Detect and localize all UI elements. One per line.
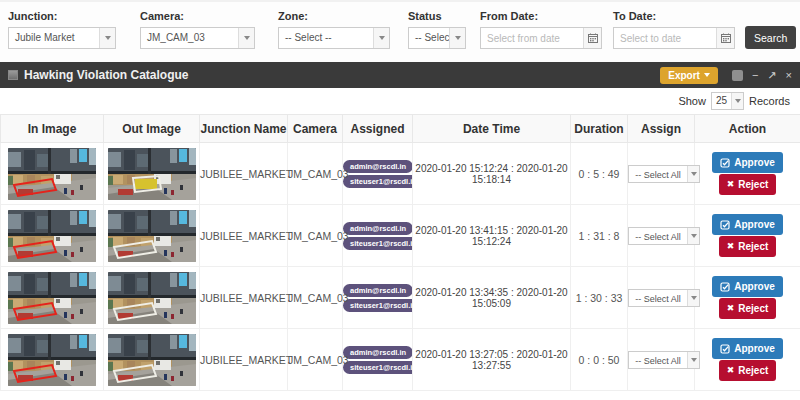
show-label: Show: [678, 95, 706, 107]
from-date-input[interactable]: [481, 28, 583, 48]
approve-button[interactable]: Approve: [712, 338, 783, 359]
chevron-down-icon: [687, 290, 699, 306]
assign-select[interactable]: -- Select All: [628, 227, 700, 245]
datetime-cell: 2020-01-20 13:27:05 : 2020-01-20 13:27:5…: [413, 329, 571, 391]
datetime-cell: 2020-01-20 13:41:15 : 2020-01-20 15:12:2…: [413, 205, 571, 267]
assigned-badge: admin@rscdl.in: [343, 284, 413, 297]
export-button[interactable]: Export: [660, 67, 718, 84]
out-image-thumbnail[interactable]: [108, 272, 196, 324]
table-row: JUBILEE_MARKET JM_CAM_03 admin@rscdl.in …: [1, 205, 800, 267]
reject-button[interactable]: ✖ Reject: [719, 360, 777, 381]
to-date-group: [613, 27, 735, 49]
panel-title: Hawking Violation Catalogue: [24, 68, 660, 82]
chevron-down-icon: [99, 28, 115, 48]
out-image-thumbnail[interactable]: [108, 148, 196, 200]
junction-name-cell: JUBILEE_MARKET: [200, 267, 288, 329]
junction-label: Junction:: [8, 10, 116, 22]
reject-button[interactable]: ✖ Reject: [719, 174, 777, 195]
assign-select[interactable]: -- Select All: [628, 165, 700, 183]
assign-select[interactable]: -- Select All: [628, 351, 700, 369]
search-button[interactable]: Search: [745, 26, 796, 49]
camera-select[interactable]: JM_CAM_03: [140, 27, 255, 49]
junction-select[interactable]: Jubile Market: [8, 27, 116, 49]
filter-bar: Junction: Jubile Market Camera: JM_CAM_0…: [0, 0, 800, 62]
reject-button-label: Reject: [738, 303, 768, 314]
chevron-down-icon: [687, 228, 699, 244]
panel-window-controls: − ↗ ×: [732, 70, 792, 81]
duration-cell: 0 : 5 : 49: [571, 143, 628, 205]
assign-select-value: -- Select All: [629, 352, 687, 368]
to-date-filter: To Date:: [613, 10, 735, 49]
reject-x-icon: ✖: [727, 304, 735, 313]
zone-select-value: -- Select --: [279, 28, 373, 48]
col-duration: Duration: [571, 115, 628, 143]
out-image-thumbnail[interactable]: [108, 210, 196, 262]
approve-check-icon: [720, 220, 730, 230]
datetime-cell: 2020-01-20 13:34:35 : 2020-01-20 15:05:0…: [413, 267, 571, 329]
duration-cell: 1 : 30 : 33: [571, 267, 628, 329]
assign-select-value: -- Select All: [629, 228, 687, 244]
col-junction-name: Junction Name: [200, 115, 288, 143]
page-size-value: 25: [712, 93, 731, 109]
status-select[interactable]: -- Select --: [408, 27, 466, 49]
camera-cell: JM_CAM_03: [288, 143, 343, 205]
junction-name-cell: JUBILEE_MARKET: [200, 205, 288, 267]
table-row: JUBILEE_MARKET JM_CAM_03 admin@rscdl.in …: [1, 267, 800, 329]
table-row: JUBILEE_MARKET JM_CAM_03 admin@rscdl.in …: [1, 329, 800, 391]
to-date-input[interactable]: [614, 28, 716, 48]
in-image-thumbnail[interactable]: [8, 148, 96, 200]
chevron-down-icon: [687, 352, 699, 368]
reject-button-label: Reject: [738, 365, 768, 376]
junction-filter: Junction: Jubile Market: [8, 10, 116, 49]
camera-cell: JM_CAM_03: [288, 205, 343, 267]
approve-check-icon: [720, 158, 730, 168]
minimize-icon[interactable]: −: [752, 70, 758, 81]
col-camera: Camera: [288, 115, 343, 143]
col-date-time: Date Time: [413, 115, 571, 143]
export-button-label: Export: [668, 70, 700, 81]
panel-header: Hawking Violation Catalogue Export − ↗ ×: [0, 62, 800, 88]
panel-title-icon: [8, 70, 18, 80]
col-action: Action: [695, 115, 800, 143]
chevron-down-icon: [373, 28, 389, 48]
camera-cell: JM_CAM_03: [288, 329, 343, 391]
approve-check-icon: [720, 282, 730, 292]
camera-filter: Camera: JM_CAM_03: [140, 10, 255, 49]
page-size-select[interactable]: 25: [711, 92, 744, 110]
in-image-thumbnail[interactable]: [8, 272, 96, 324]
in-image-thumbnail[interactable]: [8, 334, 96, 386]
table-row: JUBILEE_MARKET JM_CAM_03 admin@rscdl.in …: [1, 143, 800, 205]
junction-name-cell: JUBILEE_MARKET: [200, 329, 288, 391]
reject-button[interactable]: ✖ Reject: [719, 298, 777, 319]
approve-button-label: Approve: [734, 343, 775, 354]
approve-button[interactable]: Approve: [712, 276, 783, 297]
approve-check-icon: [720, 344, 730, 354]
approve-button-label: Approve: [734, 157, 775, 168]
from-date-group: [480, 27, 602, 49]
close-icon[interactable]: ×: [786, 70, 792, 81]
reject-button[interactable]: ✖ Reject: [719, 236, 777, 257]
chevron-down-icon: [238, 28, 254, 48]
reject-x-icon: ✖: [727, 366, 735, 375]
approve-button[interactable]: Approve: [712, 152, 783, 173]
zone-select[interactable]: -- Select --: [278, 27, 390, 49]
zone-filter: Zone: -- Select --: [278, 10, 390, 49]
assigned-badge: admin@rscdl.in: [343, 160, 413, 173]
expand-icon[interactable]: ↗: [767, 70, 776, 81]
in-image-thumbnail[interactable]: [8, 210, 96, 262]
calendar-icon[interactable]: [583, 28, 601, 48]
approve-button[interactable]: Approve: [712, 214, 783, 235]
panel-grid-icon[interactable]: [732, 70, 743, 81]
duration-cell: 1 : 31 : 8: [571, 205, 628, 267]
col-in-image: In Image: [1, 115, 104, 143]
duration-cell: 0 : 0 : 50: [571, 329, 628, 391]
approve-button-label: Approve: [734, 219, 775, 230]
status-select-value: -- Select --: [409, 28, 449, 48]
out-image-thumbnail[interactable]: [108, 334, 196, 386]
datetime-cell: 2020-01-20 15:12:24 : 2020-01-20 15:18:1…: [413, 143, 571, 205]
calendar-icon[interactable]: [716, 28, 734, 48]
table-header-row: In Image Out Image Junction Name Camera …: [1, 115, 800, 143]
to-date-label: To Date:: [613, 10, 735, 22]
assign-select[interactable]: -- Select All: [628, 289, 700, 307]
col-assign: Assign: [628, 115, 695, 143]
